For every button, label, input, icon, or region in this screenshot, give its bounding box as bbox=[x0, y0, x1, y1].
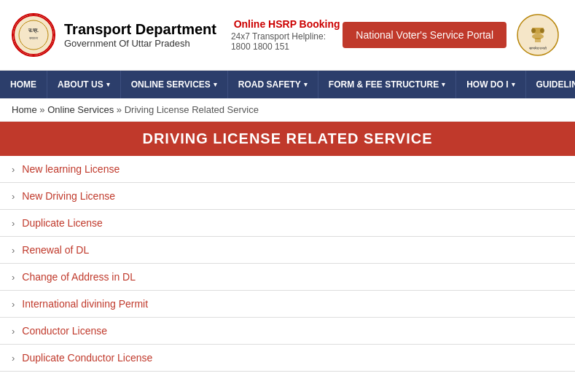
header-center: Online HSRP Booking 24x7 Transport Helpl… bbox=[216, 18, 343, 52]
list-item[interactable]: ›Change of Address in DL bbox=[0, 264, 575, 291]
department-logo: उ.प्र. सरकार bbox=[12, 13, 55, 57]
service-list: ›New learning License›New Driving Licens… bbox=[0, 156, 575, 372]
breadcrumb-online-services[interactable]: Online Services bbox=[47, 104, 114, 115]
list-item[interactable]: ›New learning License bbox=[0, 156, 575, 183]
chevron-down-icon: ▾ bbox=[304, 81, 308, 88]
chevron-down-icon: ▾ bbox=[214, 81, 217, 88]
page-title: DRIVING LICENSE RELATED SERVICE bbox=[0, 122, 575, 156]
list-item[interactable]: ›Renewal of DL bbox=[0, 237, 575, 264]
hsrp-link[interactable]: Online HSRP Booking bbox=[234, 18, 340, 30]
svg-point-9 bbox=[540, 28, 544, 33]
service-link[interactable]: New Driving License bbox=[22, 190, 115, 202]
chevron-right-icon: › bbox=[12, 218, 15, 229]
chevron-right-icon: › bbox=[12, 191, 15, 202]
nav-item-home[interactable]: HOME bbox=[0, 71, 47, 98]
chevron-right-icon: › bbox=[12, 299, 15, 310]
nav-container: HOMEABOUT US▾ONLINE SERVICES▾ROAD SAFETY… bbox=[0, 71, 575, 98]
service-link[interactable]: Change of Address in DL bbox=[22, 271, 136, 283]
list-item[interactable]: ›International divining Permit bbox=[0, 291, 575, 318]
breadcrumb-home[interactable]: Home bbox=[12, 104, 37, 115]
dept-sub: Government Of Uttar Pradesh bbox=[64, 38, 216, 49]
nav-item-how-do-i[interactable]: HOW DO I▾ bbox=[456, 71, 525, 98]
nav-item-form-&-fee-structure[interactable]: FORM & FEE STRUCTURE▾ bbox=[318, 71, 456, 98]
service-link[interactable]: New learning License bbox=[22, 163, 120, 175]
nav-item-guidelines[interactable]: GUIDELINES▾ bbox=[526, 71, 576, 98]
header-right: National Voter's Service Portal bbox=[343, 22, 506, 48]
main-nav: HOMEABOUT US▾ONLINE SERVICES▾ROAD SAFETY… bbox=[0, 71, 575, 98]
list-item[interactable]: ›Duplicate Conductor License bbox=[0, 345, 575, 372]
breadcrumb-current: Driving License Related Service bbox=[125, 104, 259, 115]
list-item[interactable]: ›Conductor License bbox=[0, 318, 575, 345]
service-link[interactable]: Duplicate Conductor License bbox=[22, 352, 152, 364]
nav-item-road-safety[interactable]: ROAD SAFETY▾ bbox=[228, 71, 318, 98]
svg-text:सत्यमेव जयते: सत्यमेव जयते bbox=[528, 46, 547, 50]
service-link[interactable]: Renewal of DL bbox=[22, 244, 89, 256]
chevron-right-icon: › bbox=[12, 326, 15, 337]
chevron-down-icon: ▾ bbox=[512, 81, 515, 88]
chevron-right-icon: › bbox=[12, 164, 15, 175]
dept-name: Transport Department bbox=[64, 21, 216, 38]
chevron-down-icon: ▾ bbox=[442, 81, 445, 88]
service-link[interactable]: Conductor License bbox=[22, 325, 107, 337]
chevron-right-icon: › bbox=[12, 245, 15, 256]
svg-text:उ.प्र.: उ.प्र. bbox=[28, 28, 39, 34]
dept-info: Transport Department Government Of Uttar… bbox=[64, 21, 216, 49]
svg-point-8 bbox=[531, 28, 536, 33]
list-item[interactable]: ›New Driving License bbox=[0, 183, 575, 210]
nav-item-about-us[interactable]: ABOUT US▾ bbox=[47, 71, 121, 98]
svg-text:सरकार: सरकार bbox=[28, 36, 39, 40]
nav-item-online-services[interactable]: ONLINE SERVICES▾ bbox=[121, 71, 228, 98]
voter-portal-button[interactable]: National Voter's Service Portal bbox=[343, 22, 506, 48]
chevron-down-icon: ▾ bbox=[106, 81, 110, 88]
header: उ.प्र. सरकार Transport Department Govern… bbox=[0, 0, 575, 71]
emblem: सत्यमेव जयते bbox=[512, 6, 563, 64]
service-link[interactable]: Duplicate License bbox=[22, 217, 103, 229]
chevron-right-icon: › bbox=[12, 272, 15, 283]
svg-point-0 bbox=[14, 15, 53, 55]
main-content: DRIVING LICENSE RELATED SERVICE ›New lea… bbox=[0, 122, 575, 372]
logo-area: उ.प्र. सरकार Transport Department Govern… bbox=[12, 13, 216, 57]
chevron-right-icon: › bbox=[12, 353, 15, 364]
list-item[interactable]: ›Duplicate License bbox=[0, 210, 575, 237]
breadcrumb: Home » Online Services » Driving License… bbox=[0, 98, 575, 122]
service-link[interactable]: International divining Permit bbox=[22, 298, 148, 310]
helpline-text: 24x7 Transport Helpline: 1800 1800 151 bbox=[231, 31, 343, 52]
svg-rect-7 bbox=[535, 38, 541, 42]
